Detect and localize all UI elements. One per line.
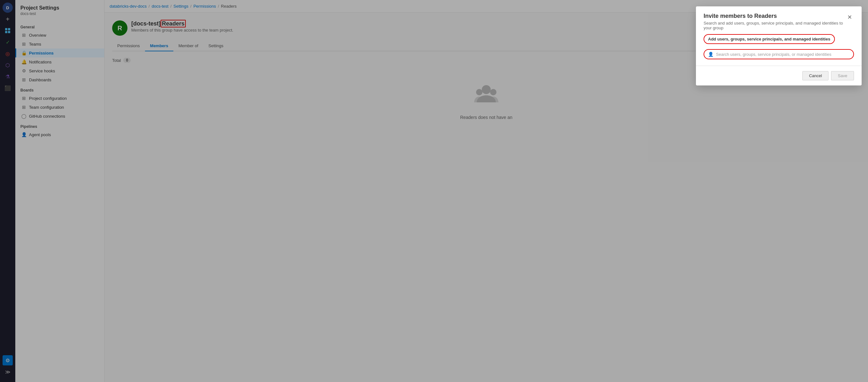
- dialog-close-button[interactable]: ✕: [845, 13, 854, 22]
- save-button[interactable]: Save: [831, 71, 854, 80]
- dialog-header: Invite members to Readers Search and add…: [696, 6, 862, 34]
- search-input[interactable]: [716, 52, 849, 57]
- dialog-subtitle: Search and add users, groups, service pr…: [704, 21, 845, 30]
- dialog-title: Invite members to Readers: [704, 13, 845, 20]
- dialog-header-text: Invite members to Readers Search and add…: [704, 13, 845, 30]
- dialog-footer: Cancel Save: [696, 66, 862, 85]
- dialog-body: Add users, groups, service principals, a…: [696, 34, 862, 66]
- cancel-button[interactable]: Cancel: [802, 71, 829, 80]
- search-box[interactable]: 👤: [704, 49, 854, 59]
- invite-dialog: Invite members to Readers Search and add…: [696, 6, 862, 85]
- add-users-label: Add users, groups, service principals, a…: [704, 34, 835, 44]
- search-icon: 👤: [708, 52, 713, 57]
